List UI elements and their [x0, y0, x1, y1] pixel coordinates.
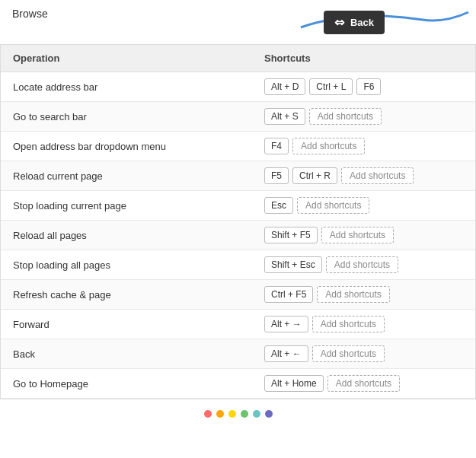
add-shortcut-button[interactable]: Add shortcuts [341, 167, 414, 184]
add-shortcut-button[interactable]: Add shortcuts [292, 138, 365, 154]
table-row: Go to search barAlt + SAdd shortcuts [1, 102, 475, 132]
add-shortcut-button[interactable]: Add shortcuts [312, 316, 385, 332]
shortcuts-cell: EscAdd shortcuts [252, 191, 475, 221]
add-shortcut-button[interactable]: Add shortcuts [309, 108, 382, 125]
table-row: BackAlt + ←Add shortcuts [1, 339, 475, 369]
operation-cell: Go to Homepage [1, 369, 252, 399]
operation-cell: Forward [1, 310, 252, 339]
footer [0, 399, 476, 422]
key-badge: F5 [264, 167, 289, 184]
key-badge: Esc [264, 197, 293, 214]
operation-cell: Locate address bar [1, 72, 252, 102]
key-badge: Shift + Esc [264, 256, 322, 273]
shortcuts-cell: Alt + SAdd shortcuts [252, 102, 475, 132]
key-badge: Ctrl + F5 [264, 286, 313, 303]
col-header-operation: Operation [1, 45, 252, 72]
shortcuts-cell: F5Ctrl + RAdd shortcuts [252, 161, 475, 191]
shortcuts-cell: Alt + →Add shortcuts [252, 310, 475, 339]
table-row: ForwardAlt + →Add shortcuts [1, 310, 475, 339]
key-badge: Alt + Home [264, 375, 324, 392]
key-badge: F6 [356, 78, 381, 95]
add-shortcut-button[interactable]: Add shortcuts [317, 286, 389, 303]
browse-title: Browse [12, 8, 48, 20]
shortcuts-cell: Alt + HomeAdd shortcuts [252, 369, 475, 399]
add-shortcut-button[interactable]: Add shortcuts [327, 375, 400, 392]
table-row: Reload current pageF5Ctrl + RAdd shortcu… [1, 161, 475, 191]
table-row: Go to HomepageAlt + HomeAdd shortcuts [1, 369, 475, 399]
shortcuts-cell: Ctrl + F5Add shortcuts [252, 280, 475, 310]
footer-dot [265, 410, 273, 418]
table-row: Reload all pagesShift + F5Add shortcuts [1, 221, 475, 250]
shortcuts-cell: Shift + F5Add shortcuts [252, 221, 475, 250]
key-badge: F4 [264, 138, 289, 154]
key-badge: Alt + D [264, 78, 305, 95]
add-shortcut-button[interactable]: Add shortcuts [297, 197, 369, 214]
blue-curve-decoration [293, 6, 476, 37]
footer-dot [216, 410, 224, 418]
back-arrow-icon: ⇔ [334, 15, 344, 30]
operation-cell: Refresh cache & page [1, 280, 252, 310]
shortcuts-cell: F4Add shortcuts [252, 132, 475, 161]
shortcuts-table-wrapper: Operation Shortcuts Locate address barAl… [0, 44, 476, 399]
operation-cell: Go to search bar [1, 102, 252, 132]
back-tooltip[interactable]: ⇔ Back [324, 11, 385, 34]
add-shortcut-button[interactable]: Add shortcuts [312, 345, 385, 362]
table-row: Refresh cache & pageCtrl + F5Add shortcu… [1, 280, 475, 310]
shortcuts-cell: Alt + DCtrl + LF6 [252, 72, 475, 102]
add-shortcut-button[interactable]: Add shortcuts [326, 256, 398, 273]
operation-cell: Stop loading all pages [1, 250, 252, 280]
key-badge: Shift + F5 [264, 227, 318, 243]
key-badge: Ctrl + R [292, 167, 337, 184]
back-tooltip-label: Back [350, 17, 374, 28]
add-shortcut-button[interactable]: Add shortcuts [321, 227, 394, 243]
footer-dot [228, 410, 236, 418]
operation-cell: Open address bar dropdown menu [1, 132, 252, 161]
operation-cell: Reload current page [1, 161, 252, 191]
key-badge: Alt + → [264, 316, 308, 332]
footer-dot [253, 410, 260, 418]
key-badge: Alt + S [264, 108, 305, 125]
shortcuts-table: Operation Shortcuts Locate address barAl… [1, 45, 475, 399]
footer-dots [0, 404, 476, 421]
header: Browse ⇔ Back [0, 0, 476, 44]
table-row: Stop loading all pagesShift + EscAdd sho… [1, 250, 475, 280]
footer-dot [204, 410, 212, 418]
table-row: Open address bar dropdown menuF4Add shor… [1, 132, 475, 161]
shortcuts-cell: Alt + ←Add shortcuts [252, 339, 475, 369]
table-header-row: Operation Shortcuts [1, 45, 475, 72]
footer-dot [241, 410, 248, 418]
col-header-shortcuts: Shortcuts [252, 45, 475, 72]
key-badge: Ctrl + L [309, 78, 353, 95]
operation-cell: Back [1, 339, 252, 369]
key-badge: Alt + ← [264, 345, 308, 362]
operation-cell: Reload all pages [1, 221, 252, 250]
shortcuts-cell: Shift + EscAdd shortcuts [252, 250, 475, 280]
operation-cell: Stop loading current page [1, 191, 252, 221]
table-row: Locate address barAlt + DCtrl + LF6 [1, 72, 475, 102]
table-row: Stop loading current pageEscAdd shortcut… [1, 191, 475, 221]
